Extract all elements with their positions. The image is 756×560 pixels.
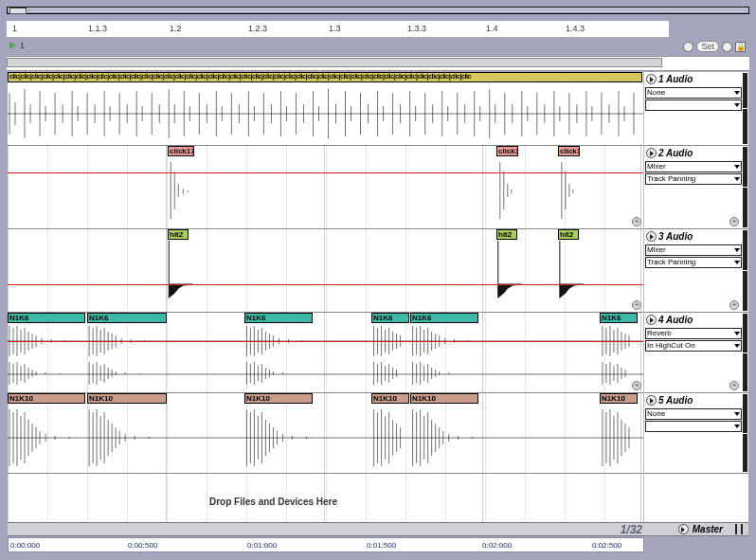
set-locator-button[interactable]: Set [696,41,719,52]
time-label: 0:01:000 [247,541,277,550]
time-label: 0:02:000 [482,541,512,550]
play-icon[interactable] [646,74,657,84]
clip-label: hit2 [560,230,573,239]
clip-hit2b[interactable]: hit2 [496,229,517,240]
add-button[interactable]: + [632,381,641,390]
param-select[interactable] [645,99,742,111]
device-select[interactable]: None [645,87,742,99]
timeline[interactable]: clic|clic|clic|clic|clic|clic|clic|clic|… [8,72,644,522]
track-2-lane[interactable]: click17 click1 click1 + [8,146,643,229]
clip-n1k10[interactable]: N1K10 [410,393,478,404]
track-title: 4 Audio [658,315,693,325]
track-2-header[interactable]: 2 Audio Mixer Track Panning + [644,146,748,229]
overview-scrollbar[interactable] [7,58,662,67]
track-1-lane[interactable]: clic|clic|clic|clic|clic|clic|clic|clic|… [8,72,643,146]
ruler-label: 1.1.3 [88,24,107,33]
clip-n1k10[interactable]: N1K10 [371,393,409,404]
clip-n1k10[interactable]: N1K10 [87,393,167,404]
add-button[interactable]: + [632,300,641,310]
device-select[interactable]: Mixer [645,244,742,256]
track-2-waveform [8,157,643,227]
track-1-header[interactable]: 1 Audio None [644,72,748,146]
clip-n1k10[interactable]: N1K10 [244,393,313,404]
track-1-waveform [8,83,643,144]
track-3-header[interactable]: 3 Audio Mixer Track Panning + [644,229,748,313]
clip-n1k6[interactable]: N1K6 [8,313,85,323]
clip-n1k6[interactable]: N1K6 [600,313,638,323]
arrangement-view: clic|clic|clic|clic|clic|clic|clic|clic|… [8,72,748,522]
clip-label: N1K10 [602,394,625,403]
device-select[interactable]: Reverb [645,328,742,339]
clip-n1k10[interactable]: N1K10 [8,393,85,404]
param-select[interactable]: In HighCut On [645,340,742,352]
transport-bar: 1 Set 🔒 [7,56,749,71]
ruler-label: 1 [12,24,17,33]
track-5-header[interactable]: 5 Audio None [644,393,748,474]
play-marker-icon[interactable] [9,42,16,49]
device-select[interactable]: None [645,408,742,420]
time-ruler[interactable]: 0:00:000 0:00:500 0:01:000 0:01:500 0:02… [8,537,644,552]
clip-label: click17 [170,147,194,155]
play-icon[interactable] [646,395,657,406]
master-label: Master [693,524,723,534]
window-titlebar[interactable] [7,7,749,14]
clip-label: clic|clic|clic|clic|clic|clic|clic|clic|… [9,73,471,80]
add-button[interactable]: + [729,381,739,390]
param-select[interactable]: Track Panning [645,257,742,268]
meter-icon [743,230,747,311]
automation-line[interactable] [8,172,643,173]
clip-n1k10[interactable]: N1K10 [600,393,638,404]
device-select[interactable]: Mixer [645,161,742,172]
prev-locator-button[interactable] [683,42,693,52]
ruler-label: 1.2 [170,24,182,33]
clip-click1a[interactable]: click1 [496,146,518,156]
clip-n1k6[interactable]: N1K6 [371,313,409,323]
track-4-header[interactable]: 4 Audio Reverb In HighCut On + [644,313,748,393]
clip-hit2a[interactable]: hit2 [168,229,189,240]
ruler-label: 1.4.3 [566,24,585,33]
clip-label: N1K6 [412,314,431,322]
clip-click-row[interactable]: clic|clic|clic|clic|clic|clic|clic|clic|… [8,72,642,82]
track-5-lane[interactable]: N1K10 N1K10 N1K10 N1K10 N1K10 N1K10 [8,393,643,474]
track-3-lane[interactable]: hit2 hit2 hit2 + [8,229,643,313]
ruler-label: 1.3 [329,24,341,33]
track-title: 5 Audio [658,395,693,406]
meter-icon [735,524,737,534]
play-icon[interactable] [646,231,657,242]
clip-label: N1K6 [246,314,265,322]
locator-number: 1 [20,41,25,50]
clip-hit2c[interactable]: hit2 [558,229,579,240]
master-track-header[interactable]: Master [678,524,743,534]
lock-button[interactable]: 🔒 [735,42,746,52]
clip-label: click1 [560,147,580,155]
clip-label: N1K6 [9,314,28,322]
grid-resolution[interactable]: 1/32 [621,523,642,536]
play-icon[interactable] [678,524,689,534]
ruler-label: 1.3.3 [407,24,426,33]
play-icon[interactable] [646,148,657,158]
clip-n1k6[interactable]: N1K6 [410,313,478,323]
track-title: 3 Audio [658,231,693,242]
track-3-waveform [8,241,643,311]
add-button[interactable]: + [729,217,739,226]
clip-n1k6[interactable]: N1K6 [87,313,167,323]
bottom-bar: 1/32 Master [8,522,748,536]
clip-click1b[interactable]: click1 [558,146,580,156]
param-select[interactable] [645,421,742,432]
automation-line[interactable] [8,341,643,342]
clip-label: N1K6 [602,314,621,322]
add-button[interactable]: + [729,300,739,310]
clip-label: N1K10 [373,394,397,403]
clip-click17[interactable]: click17 [168,146,194,156]
clip-n1k6[interactable]: N1K6 [244,313,313,323]
play-icon[interactable] [646,315,657,325]
next-locator-button[interactable] [722,42,732,52]
add-button[interactable]: + [632,217,641,226]
track-4-lane[interactable]: N1K6 N1K6 N1K6 N1K6 N1K6 N1K6 + [8,313,643,393]
clip-label: click1 [498,147,518,155]
automation-line[interactable] [8,284,643,285]
param-select[interactable]: Track Panning [645,173,742,185]
clip-label: N1K6 [89,314,108,322]
time-label: 0:02:500 [592,541,621,550]
bar-ruler[interactable]: 1 1.1.3 1.2 1.2.3 1.3 1.3.3 1.4 1.4.3 [7,21,669,38]
